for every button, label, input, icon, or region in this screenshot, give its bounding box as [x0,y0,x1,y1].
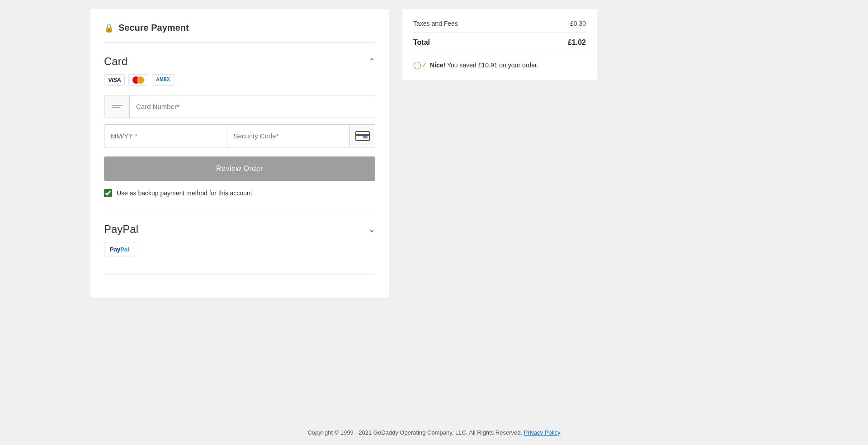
taxes-fees-value: £0.30 [570,20,586,27]
card-number-icon-box [104,95,130,118]
total-label: Total [413,38,430,47]
taxes-fees-row: Taxes and Fees £0.30 [413,20,586,27]
bottom-divider [104,275,375,275]
paypal-section-header: PayPal ⌄ [104,223,375,236]
savings-text: Nice! You saved £10.91 on your order. [430,62,538,69]
security-code-input[interactable] [227,125,350,147]
total-value: £1.02 [568,38,586,47]
backup-payment-row: Use as backup payment method for this ac… [104,189,375,197]
paypal-section: PayPal ⌄ PayPal [104,219,375,256]
card-lines-icon [112,105,123,108]
savings-row: ◯✓ Nice! You saved £10.91 on your order. [413,59,586,69]
expiry-input[interactable] [104,125,227,147]
privacy-policy-link[interactable]: Privacy Policy [524,429,561,436]
page-footer: Copyright © 1999 - 2021 GoDaddy Operatin… [0,420,868,445]
cvv-icon-box [349,125,375,147]
paypal-section-expand-icon[interactable]: ⌄ [368,224,375,234]
cvv-card-icon [355,131,370,141]
order-summary-panel: Taxes and Fees £0.30 Total £1.02 ◯✓ Nice… [402,9,597,80]
expiry-security-row [104,124,375,147]
secure-payment-title: Secure Payment [118,23,189,33]
copyright-text: Copyright © 1999 - 2021 GoDaddy Operatin… [307,429,522,436]
card-logos: VISA AMEX [104,74,375,86]
summary-divider [413,33,586,33]
card-section-header: Card ⌃ [104,55,375,68]
card-section: Card ⌃ VISA AMEX [104,55,375,197]
review-order-button[interactable]: Review Order [104,156,375,181]
paypal-section-title: PayPal [104,223,138,236]
card-number-field [104,95,375,118]
paypal-logo-box: PayPal [104,242,135,256]
backup-payment-checkbox[interactable] [104,189,112,197]
savings-icon: ◯✓ [413,61,427,69]
card-section-collapse-icon[interactable]: ⌃ [368,57,375,66]
card-number-input[interactable] [130,95,375,118]
secure-payment-header: 🔒 Secure Payment [104,23,375,43]
paypal-logo-text: PayPal [110,246,129,253]
payment-form-panel: 🔒 Secure Payment Card ⌃ VISA [90,9,389,298]
savings-divider [413,53,586,53]
card-section-title: Card [104,55,127,68]
visa-logo: VISA [104,74,125,86]
taxes-fees-label: Taxes and Fees [413,20,458,27]
mastercard-logo [128,74,148,86]
backup-payment-label: Use as backup payment method for this ac… [117,189,252,197]
mc-circle-right [137,76,144,84]
total-row: Total £1.02 [413,38,586,47]
amex-logo: AMEX [152,74,174,86]
section-divider [104,210,375,210]
lock-icon: 🔒 [104,23,114,33]
